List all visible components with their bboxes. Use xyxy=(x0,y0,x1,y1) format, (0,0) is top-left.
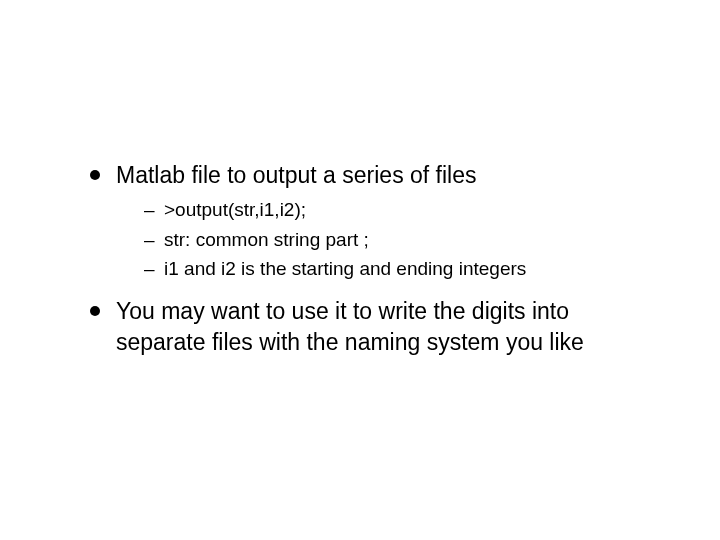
list-item: >output(str,i1,i2); xyxy=(144,197,650,223)
sub-bullet-text: >output(str,i1,i2); xyxy=(164,199,306,220)
list-item: You may want to use it to write the digi… xyxy=(90,296,650,358)
bullet-text: You may want to use it to write the digi… xyxy=(116,298,584,355)
bullet-text: Matlab file to output a series of files xyxy=(116,162,477,188)
list-item: i1 and i2 is the starting and ending int… xyxy=(144,256,650,282)
list-item: Matlab file to output a series of files … xyxy=(90,160,650,282)
sub-bullet-text: str: common string part ; xyxy=(164,229,369,250)
bullet-list: Matlab file to output a series of files … xyxy=(90,160,650,358)
sub-list: >output(str,i1,i2); str: common string p… xyxy=(116,197,650,282)
slide: Matlab file to output a series of files … xyxy=(0,0,720,540)
list-item: str: common string part ; xyxy=(144,227,650,253)
sub-bullet-text: i1 and i2 is the starting and ending int… xyxy=(164,258,526,279)
